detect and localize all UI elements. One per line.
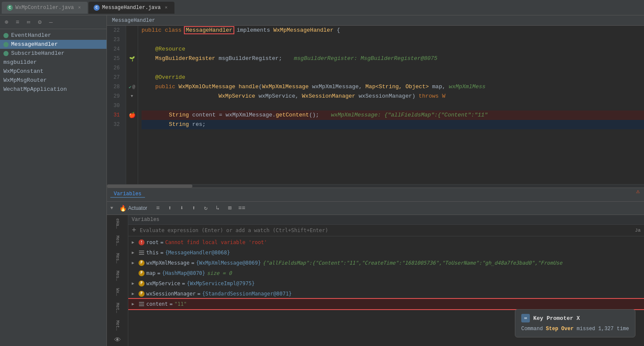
debug-sidebar-messa1[interactable]: Messa [113, 234, 121, 250]
hscroll-thumb [107, 185, 192, 188]
var-name-root: root [146, 239, 159, 245]
debug-sidebar-messa2[interactable]: Messa [113, 251, 121, 268]
gutter-27 [126, 73, 138, 82]
drop-arrow[interactable]: ▼ [110, 206, 113, 211]
var-eq-root: = [160, 239, 163, 245]
toolbar-up-icon[interactable]: ⬆ [165, 203, 174, 213]
minimize-icon[interactable]: — [47, 18, 55, 26]
tab-messagehandler[interactable]: C MessageHandler.java × [89, 2, 174, 14]
breakpoint-icon-31[interactable]: 🍎 [129, 112, 136, 119]
kp-command: Step Over [546, 326, 574, 332]
toolbar-step-icon[interactable]: ↳ [213, 203, 222, 213]
tab-wxmpcontroller[interactable]: C WxMpController.java × [2, 2, 88, 14]
var-icon-content [139, 301, 145, 307]
debug-sidebar-wxmp[interactable]: WxMp [113, 286, 121, 300]
code-line-27: @Override [142, 73, 644, 82]
debug-sidebar-metho1[interactable]: Metho [113, 301, 121, 317]
sidebar-item-eventhandler[interactable]: EventHandler [0, 31, 106, 40]
var-row-wxmpxmlmessage[interactable]: ▶ P wxMpXmlMessage = {WxMpXmlMessage@806… [128, 258, 644, 268]
var-val-content: "11" [174, 301, 187, 307]
ln-30: 30 [107, 101, 122, 110]
at-icon-28: @ [133, 84, 136, 89]
var-val-wxmpservice: {WxMpServiceImpl@7975} [187, 280, 255, 286]
eval-input[interactable] [140, 227, 632, 233]
line-numbers: 22 23 24 25 26 27 28 29 30 31 32 [107, 26, 126, 184]
annotation-resource: @Resource [155, 46, 185, 52]
sidebar-label-messagehandler: MessageHandler [11, 41, 58, 48]
list-bar-2 [139, 252, 144, 253]
sidebar-label-subscribehandler: SubscribeHandler [11, 50, 65, 57]
ln-28: 28 [107, 82, 122, 92]
sidebar-dot-subscribehandler [3, 51, 9, 56]
gutter-28: ✔ @ [126, 82, 138, 92]
sidebar-label-wxmpconstant: WxMpConstant [3, 68, 44, 75]
kp-title: Key Promoter X [533, 315, 580, 322]
arg-wxmpxmlmessage: wxMpXmlMessage, [312, 84, 366, 90]
expand-wxsessionmanager[interactable]: ▶ [132, 291, 137, 296]
code-line-30 [142, 101, 644, 110]
sidebar-item-subscribehandler[interactable]: SubscribeHandler [0, 49, 106, 58]
list-bars-this [139, 251, 144, 255]
sidebar-toolbar: ⊕ ≡ ≔ ⚙ — [0, 15, 106, 29]
toolbar-grid-icon[interactable]: ⊞ [225, 203, 234, 213]
sidebar-items-list: EventHandler MessageHandler SubscribeHan… [0, 29, 106, 346]
var-row-this[interactable]: ▶ this = {MessageHandler@8068} [128, 248, 644, 258]
toolbar-up2-icon[interactable]: ⬆ [189, 203, 198, 213]
code-line-29: WxMpService wxMpService, WxSessionManage… [142, 92, 644, 101]
add-watch-button[interactable]: + [132, 227, 136, 234]
debug-comment-31: wxMpXmlMessage: {"allFieldsMap":{"Conten… [328, 112, 487, 118]
expand-wxmpservice[interactable]: ▶ [132, 281, 137, 286]
var-row-wxmpservice[interactable]: ▶ P wxMpService = {WxMpServiceImpl@7975} [128, 278, 644, 289]
var-row-map[interactable]: P map = {HashMap@8070} size = 0 [128, 268, 644, 278]
var-row-wxsessionmanager[interactable]: ▶ P wxSessionManager = {StandardSessionM… [128, 289, 644, 299]
tab-close-messagehandler[interactable]: × [163, 5, 169, 11]
breadcrumb: MessageHandler [107, 15, 644, 26]
target-icon[interactable]: ⊕ [3, 18, 10, 26]
gutter-26 [126, 63, 138, 73]
var-row-content[interactable]: ▶ content = "11" [128, 299, 644, 309]
var-icon-root: ! [139, 239, 145, 245]
type-msgbuilderregister: MsgBuilderRegister [155, 55, 219, 62]
toolbar-list-icon[interactable]: ≡ [153, 203, 162, 213]
align-icon[interactable]: ≡ [14, 18, 21, 26]
horizontal-scrollbar[interactable] [107, 184, 644, 188]
settings-icon[interactable]: ⚙ [36, 18, 44, 26]
var-icon-wxmpservice: P [139, 280, 145, 286]
ln-25: 25 [107, 54, 122, 63]
var-val-wxsessionmanager: {StandardSessionManager@8071} [202, 291, 292, 297]
toolbar-down-icon[interactable]: ⬇ [177, 203, 186, 213]
sidebar-item-wxmpconstant[interactable]: WxMpConstant [0, 67, 106, 76]
indent-28 [142, 84, 155, 90]
expand-wxmpxmlmessage[interactable]: ▶ [132, 260, 137, 265]
kp-body: Command Step Over missed 1,327 time [521, 325, 629, 333]
debug-left-panel: eHand Messa Messa Messa WxMp Metho Metho… [107, 215, 128, 346]
expand-this[interactable]: ▶ [132, 250, 137, 255]
sidebar-item-messagehandler[interactable]: MessageHandler [0, 40, 106, 49]
debug-sidebar-metho2[interactable]: Metho [113, 319, 121, 335]
debug-sidebar-ehand[interactable]: eHand [113, 217, 121, 233]
sidebar-item-wxmpmsgrouter[interactable]: WxMpMsgRouter [0, 76, 106, 85]
toolbar-refresh-icon[interactable]: ↻ [201, 203, 210, 213]
sidebar-label-eventhandler: EventHandler [11, 32, 51, 39]
debug-sidebar-messa3[interactable]: Messa [113, 269, 121, 285]
filter-icon[interactable]: ≔ [25, 18, 32, 26]
expand-content[interactable]: ▶ [132, 301, 137, 306]
expand-root[interactable]: ▶ [132, 240, 137, 245]
debug-comment-25: msgBuilderRegister: MsgBuilderRegister@8… [290, 55, 437, 62]
list-bars-content [139, 302, 144, 306]
eye-icon[interactable]: 👁 [114, 336, 121, 344]
var-eq-map: = [157, 270, 160, 276]
debug-comment-28: wxMpXmlMess [449, 84, 486, 90]
code-editor[interactable]: 22 23 24 25 26 27 28 29 30 31 32 🌱 [107, 26, 644, 184]
toolbar-lines-icon[interactable]: ≡≡ [237, 203, 246, 213]
actuator-button[interactable]: 🔥 Actuator [116, 204, 151, 212]
ret-wxmpxmloutmessage: WxMpXmlOutMessage [179, 84, 239, 90]
code-line-22: public class MessageHandler implements W… [142, 26, 644, 35]
kw-throws: throws W [419, 93, 445, 99]
kp-body-suffix: missed 1,327 time [573, 326, 629, 332]
sidebar-item-wechatmpapplication[interactable]: WechatMpApplication [0, 85, 106, 94]
tab-close-wxmpcontroller[interactable]: × [77, 5, 83, 11]
var-row-root[interactable]: ▶ ! root = Cannot find local variable 'r… [128, 237, 644, 248]
var-comment-map: size = 0 [207, 270, 232, 276]
sidebar-item-msgbuilder[interactable]: msgbuilder [0, 58, 106, 67]
